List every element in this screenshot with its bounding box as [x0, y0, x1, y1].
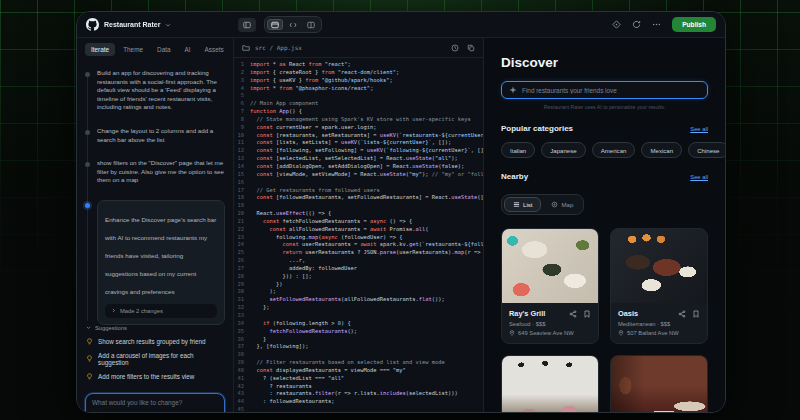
prompt-message[interactable]: show filters on the "Discover" page that… — [85, 159, 225, 185]
category-pill-american[interactable]: American — [592, 142, 636, 158]
share-icon[interactable] — [569, 310, 577, 318]
code-lines: 1import * as React from "react";2import … — [234, 58, 483, 412]
see-all-nearby-link[interactable]: See all — [690, 174, 708, 180]
timeline-dot — [85, 130, 90, 135]
restaurant-card[interactable]: Ray's Grill Seafood · $$$ 649 Seaview Av… — [501, 228, 599, 344]
popular-categories-heading: Popular categories — [501, 124, 573, 133]
restaurant-card[interactable]: Ocho — [610, 355, 708, 412]
browser-icon — [271, 21, 279, 29]
split-mode-button[interactable] — [303, 19, 319, 30]
made-changes-expander[interactable]: Made 2 changes — [105, 304, 217, 318]
app-preview: Discover Restaurant Rater uses AI to per… — [484, 38, 725, 412]
tab-iterate[interactable]: Iterate — [85, 43, 115, 56]
history-icon[interactable] — [451, 44, 459, 52]
prompt-message[interactable]: Change the layout to 2 columns and add a… — [85, 127, 225, 144]
chevron-down-icon — [86, 325, 91, 330]
restaurant-photo — [611, 229, 707, 303]
restaurant-card[interactable]: Asadero — [501, 355, 599, 412]
editor-header: src / App.jsx — [234, 38, 483, 58]
bookmark-icon[interactable] — [583, 310, 591, 318]
suggestion-item[interactable]: Show search results grouped by friend — [86, 338, 224, 345]
category-pills: Italian Japanese American Mexican Chines… — [501, 142, 708, 158]
location-pin-icon — [509, 330, 515, 336]
restaurant-photo — [502, 229, 598, 303]
restaurant-search-input[interactable] — [522, 87, 700, 94]
timeline-dot-active — [85, 203, 90, 208]
panel-left-icon — [243, 21, 251, 29]
list-view-button[interactable]: List — [504, 197, 541, 212]
tab-ai[interactable]: AI — [179, 43, 197, 56]
github-logo-icon — [86, 18, 99, 31]
lightbulb-icon — [86, 338, 93, 345]
list-map-toggle: List Map — [501, 194, 584, 215]
restaurant-photo — [502, 356, 598, 412]
refresh-icon[interactable] — [632, 20, 641, 29]
lightbulb-icon — [86, 373, 93, 380]
chevron-right-icon — [111, 308, 116, 313]
timeline-dot — [85, 162, 90, 167]
topbar-actions: Publish — [612, 17, 725, 32]
chevron-down-icon — [165, 22, 171, 28]
prompt-message-active[interactable]: Enhance the Discover page's search bar w… — [85, 200, 225, 325]
tab-data[interactable]: Data — [151, 43, 177, 56]
map-view-button[interactable]: Map — [543, 197, 581, 212]
prompt-history: Build an app for discovering and trackin… — [77, 60, 233, 325]
restaurant-card[interactable]: Oasis Mediterranean · $$$ 507 Ballard Av… — [610, 228, 708, 344]
target-icon[interactable] — [612, 20, 621, 29]
suggestion-item[interactable]: Add more filters to the results view — [86, 373, 224, 380]
bookmark-icon[interactable] — [692, 310, 700, 318]
publish-button[interactable]: Publish — [672, 17, 716, 32]
location-pin-icon — [618, 330, 624, 336]
ai-search-box — [501, 81, 708, 99]
split-view-icon — [307, 21, 315, 29]
search-caption: Restaurant Rater uses AI to personalize … — [501, 104, 708, 110]
suggestions-header[interactable]: Suggestions — [86, 325, 224, 331]
iterate-panel: Iterate Theme Data AI Assets Build an ap… — [77, 38, 234, 412]
category-pill-mexican[interactable]: Mexican — [641, 142, 682, 158]
code-icon — [289, 21, 297, 29]
share-icon[interactable] — [678, 310, 686, 318]
prompt-message[interactable]: Build an app for discovering and trackin… — [85, 69, 225, 112]
top-bar: Restaurant Rater Publi — [77, 12, 725, 38]
timeline-dot — [85, 72, 90, 77]
copy-icon[interactable] — [467, 44, 475, 52]
view-controls — [234, 16, 322, 33]
app-window: Restaurant Rater Publi — [76, 11, 726, 413]
sparkle-icon — [509, 86, 517, 94]
category-pill-italian[interactable]: Italian — [501, 142, 535, 158]
layout-segmented-control — [264, 16, 322, 33]
map-pin-icon — [551, 201, 558, 208]
chat-input[interactable] — [86, 394, 224, 413]
category-pill-chinese[interactable]: Chinese — [688, 142, 725, 158]
app-title: Restaurant Rater — [104, 21, 160, 28]
nearby-heading: Nearby — [501, 172, 528, 181]
panel-tabs: Iterate Theme Data AI Assets — [77, 38, 233, 60]
more-options-icon[interactable] — [652, 20, 661, 29]
folder-icon — [242, 44, 250, 52]
page-title: Discover — [501, 55, 708, 70]
app-switcher[interactable]: Restaurant Rater — [77, 18, 234, 31]
category-pill-japanese[interactable]: Japanese — [541, 142, 585, 158]
list-icon — [513, 201, 520, 208]
sidebar-toggle-button[interactable] — [238, 18, 256, 32]
code-editor-panel: src / App.jsx 1import * as React from "r… — [234, 38, 484, 412]
suggestion-item[interactable]: Add a carousel of images for each sugges… — [86, 352, 224, 366]
chat-input-container — [85, 393, 225, 413]
see-all-categories-link[interactable]: See all — [690, 126, 708, 132]
restaurant-cards: Ray's Grill Seafood · $$$ 649 Seaview Av… — [501, 228, 708, 412]
suggestions-section: Suggestions Show search results grouped … — [77, 325, 233, 391]
tab-assets[interactable]: Assets — [199, 43, 230, 56]
file-breadcrumb: src / App.jsx — [255, 44, 302, 51]
restaurant-photo — [611, 356, 707, 412]
tab-theme[interactable]: Theme — [117, 43, 149, 56]
preview-mode-button[interactable] — [267, 19, 283, 30]
active-prompt-card: Enhance the Discover page's search bar w… — [97, 200, 225, 325]
lightbulb-icon — [86, 355, 93, 362]
code-mode-button[interactable] — [285, 19, 301, 30]
